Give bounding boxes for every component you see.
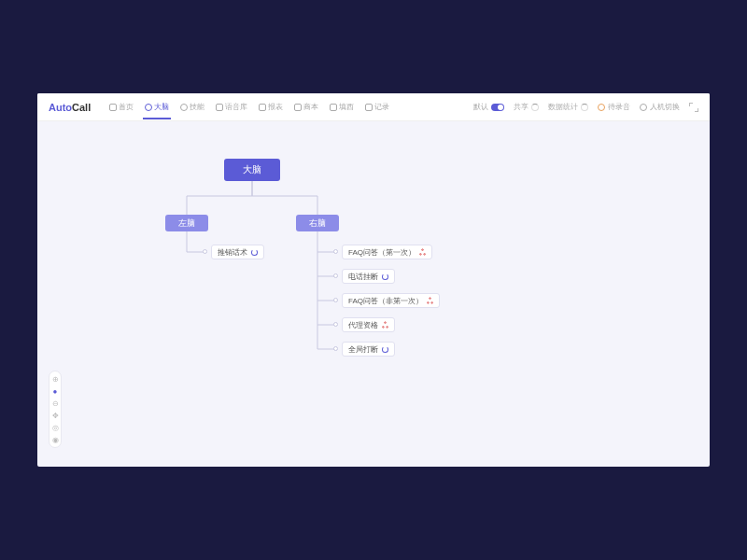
node-right-branch[interactable]: 右脑 — [296, 215, 339, 231]
node-leaf-right-2[interactable]: FAQ问答（非第一次） — [342, 293, 440, 308]
node-left-branch[interactable]: 左脑 — [165, 215, 208, 231]
refresh-icon — [251, 249, 258, 256]
spinner-icon — [531, 104, 539, 111]
nav-fill[interactable]: 填西 — [328, 94, 356, 119]
nav-report[interactable]: 报表 — [257, 94, 285, 119]
nav-home[interactable]: 首页 — [107, 94, 135, 119]
node-root[interactable]: 大脑 — [224, 159, 280, 181]
node-leaf-right-1[interactable]: 电话挂断 — [342, 269, 395, 284]
home-icon — [109, 104, 117, 111]
view-button[interactable]: ◉ — [51, 436, 59, 443]
connector-dot — [203, 249, 207, 254]
person-icon — [640, 104, 647, 111]
share-tool[interactable]: 共享 — [514, 102, 539, 112]
logo[interactable]: AutoCall — [49, 102, 91, 113]
right-tools: 默认 共享 数据统计 待录音 人机切换 — [473, 102, 698, 112]
canvas-toolbar: ⊕ ● ⊖ ✥ ◎ ◉ — [49, 371, 62, 448]
connector-dot — [333, 346, 338, 351]
nav-voice[interactable]: 语音库 — [214, 94, 249, 119]
default-toggle[interactable]: 默认 — [473, 102, 504, 112]
pan-button[interactable]: ✥ — [51, 412, 59, 419]
zoom-in-button[interactable]: ⊕ — [51, 375, 59, 383]
brain-icon — [145, 104, 152, 111]
node-leaf-right-3[interactable]: 代理资格 — [342, 317, 395, 332]
nav-book[interactable]: 商本 — [292, 94, 320, 119]
fit-button[interactable]: ◎ — [51, 424, 59, 431]
node-leaf-right-4[interactable]: 全局打断 — [342, 342, 395, 357]
toggle-icon — [491, 104, 504, 111]
skill-icon — [180, 104, 188, 111]
zoom-out-button[interactable]: ⊖ — [51, 399, 59, 407]
refresh-icon — [382, 273, 388, 280]
connector-dot — [333, 273, 338, 278]
nav-log[interactable]: 记录 — [363, 94, 391, 119]
connector-dot — [333, 249, 338, 254]
fill-icon — [330, 104, 337, 111]
app-window: AutoCall 首页 大脑 技能 语音库 报表 商本 填西 记录 默认 共享 … — [37, 93, 710, 467]
stats-tool[interactable]: 数据统计 — [548, 102, 588, 112]
node-leaf-left-0[interactable]: 推销话术 — [211, 245, 264, 259]
waiting-tool[interactable]: 待录音 — [598, 102, 630, 112]
connector-dot — [333, 298, 338, 302]
log-icon — [365, 104, 373, 111]
fork-icon — [427, 297, 433, 304]
select-button[interactable]: ● — [51, 387, 59, 395]
header: AutoCall 首页 大脑 技能 语音库 报表 商本 填西 记录 默认 共享 … — [37, 93, 710, 121]
fork-icon — [419, 248, 426, 256]
canvas[interactable]: 大脑 左脑 右脑 推销话术 FAQ问答（第一次） 电话挂断 FAQ问答（非第一次… — [37, 121, 710, 467]
book-icon — [294, 104, 302, 111]
fullscreen-icon[interactable] — [689, 103, 698, 112]
refresh-icon — [382, 346, 388, 353]
connector-dot — [333, 322, 338, 327]
spinner-icon — [581, 104, 588, 111]
switch-tool[interactable]: 人机切换 — [640, 102, 680, 112]
nav-skill[interactable]: 技能 — [178, 94, 206, 119]
fork-icon — [382, 321, 388, 329]
node-leaf-right-0[interactable]: FAQ问答（第一次） — [342, 245, 432, 259]
report-icon — [259, 104, 266, 111]
nav: 首页 大脑 技能 语音库 报表 商本 填西 记录 — [107, 94, 391, 119]
voice-icon — [216, 104, 223, 111]
nav-brain[interactable]: 大脑 — [143, 94, 171, 119]
pin-icon — [598, 104, 605, 111]
